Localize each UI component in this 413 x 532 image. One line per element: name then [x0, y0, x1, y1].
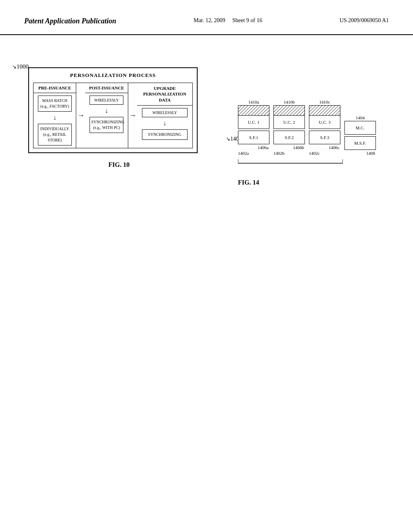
- fig14-group-ref-c: 1402c: [309, 151, 340, 156]
- fig10-col1-body: MASS BATCH(e.g., FACTORY) ↓ INDIVIDUALLY…: [33, 93, 76, 148]
- fig14-uc2: U.C. 2: [273, 115, 305, 129]
- fig14-sf-ref-b: 1406b: [293, 145, 305, 150]
- publication-date-sheet: Mar. 12, 2009 Sheet 9 of 16: [194, 16, 262, 25]
- fig14-group-c: 1410c U.C. 3 S.F.3 1406c 1402c: [309, 100, 340, 156]
- fig14-hatch-c: [309, 105, 340, 116]
- arrow-right-2: →: [128, 83, 137, 148]
- fig14-caption: FIG. 14: [238, 179, 397, 186]
- svg-rect-1: [238, 106, 269, 116]
- fig10-col3: UPGRADE PERSONALIZATION DATA WIRELESSLY …: [137, 83, 192, 148]
- svg-rect-3: [274, 106, 305, 116]
- fig10-process-title: PERSONALIZATION PROCESS: [33, 72, 193, 79]
- fig14-hatch-ref-b: 1410b: [284, 100, 295, 104]
- fig14-bracket-area: [238, 157, 397, 167]
- fig14-uc1: U.C. 1: [238, 115, 269, 129]
- patent-number: US 2009/0069050 A1: [340, 16, 389, 25]
- fig14-hatch-ref-a: 1410a: [248, 100, 259, 104]
- fig14-group-ref-b: 1402b: [273, 151, 305, 156]
- fig14-hatch-b: [273, 105, 305, 116]
- fig14-master-group: 1404 M.C. M.S.F. 1408: [344, 115, 376, 156]
- fig14-hatch-a: [238, 105, 269, 116]
- fig14-group-a: 1410a U.C. 1 S.F.1: [238, 100, 269, 156]
- fig14-diagram: ↘1400 1410a: [218, 47, 397, 186]
- fig10-col3-header: UPGRADE PERSONALIZATION DATA: [137, 83, 192, 106]
- fig10-col1: PRE-ISSUANCE MASS BATCH(e.g., FACTORY) ↓…: [33, 83, 76, 148]
- svg-rect-5: [309, 106, 340, 116]
- fig10-col1-header: PRE-ISSUANCE: [33, 83, 76, 93]
- fig14-group-ref-a: 1402a: [238, 151, 269, 156]
- fig14-sf2: S.F.2: [273, 131, 305, 144]
- fig10-sync-pc: SYNCHRONIZING(e.g., WITH PC): [90, 117, 123, 133]
- fig14-uc3: U.C. 3: [309, 115, 340, 129]
- fig10-outer-box: PERSONALIZATION PROCESS PRE-ISSUANCE MAS…: [28, 67, 198, 153]
- fig14-mc: M.C.: [344, 121, 376, 135]
- fig14-msf: M.S.F.: [344, 136, 376, 150]
- pub-date: Mar. 12, 2009: [194, 17, 225, 23]
- sheet-info: Sheet 9 of 16: [232, 17, 262, 23]
- main-content: ↘1000 PERSONALIZATION PROCESS PRE-ISSUAN…: [0, 35, 413, 198]
- fig10-wirelessly-1: WIRELESSLY: [90, 96, 123, 105]
- fig14-mc-ref: 1404: [356, 115, 365, 120]
- fig14-msf-ref: 1408: [366, 151, 376, 156]
- fig10-col2: POST-ISSUANCE WIRELESSLY ↓ SYNCHRONIZING…: [85, 83, 128, 148]
- fig10-individually: INDIVIDUALLY(e.g., RETAIL STORE): [38, 124, 72, 145]
- fig14-groups-container: 1410a U.C. 1 S.F.1: [238, 100, 397, 156]
- fig10-wirelessly-2: WIRELESSLY: [142, 108, 188, 117]
- fig14-sf3: S.F.3: [309, 131, 340, 144]
- arrow-down-1: ↓: [53, 114, 56, 121]
- fig14-sf-ref-a: 1406a: [258, 145, 269, 150]
- fig10-diagram: ↘1000 PERSONALIZATION PROCESS PRE-ISSUAN…: [16, 47, 210, 186]
- fig10-synchronizing: SYNCHRONIZING: [142, 129, 188, 140]
- arrow-right-1: →: [76, 83, 85, 148]
- fig10-col3-body: WIRELESSLY ↓ SYNCHRONIZING: [137, 106, 192, 148]
- fig14-hatch-ref-c: 1410c: [319, 100, 330, 104]
- fig10-col2-body: WIRELESSLY ↓ SYNCHRONIZING(e.g., WITH PC…: [85, 93, 127, 148]
- fig10-columns: PRE-ISSUANCE MASS BATCH(e.g., FACTORY) ↓…: [33, 83, 193, 148]
- publication-title: Patent Application Publication: [24, 16, 116, 26]
- arrow-down-2: ↓: [105, 107, 108, 114]
- fig14-sf1: S.F.1: [238, 131, 269, 144]
- page-header: Patent Application Publication Mar. 12, …: [0, 0, 413, 35]
- fig14-sf-ref-c: 1406c: [329, 145, 340, 150]
- fig10-caption: FIG. 10: [28, 161, 210, 168]
- arrow-down-3: ↓: [163, 120, 166, 127]
- fig14-group-b: 1410b U.C. 2 S.F.2 1406b 1402b: [273, 100, 305, 156]
- fig10-mass-batch: MASS BATCH(e.g., FACTORY): [38, 96, 72, 112]
- fig10-ref-number: ↘1000: [12, 63, 29, 70]
- fig10-col2-header: POST-ISSUANCE: [85, 83, 127, 93]
